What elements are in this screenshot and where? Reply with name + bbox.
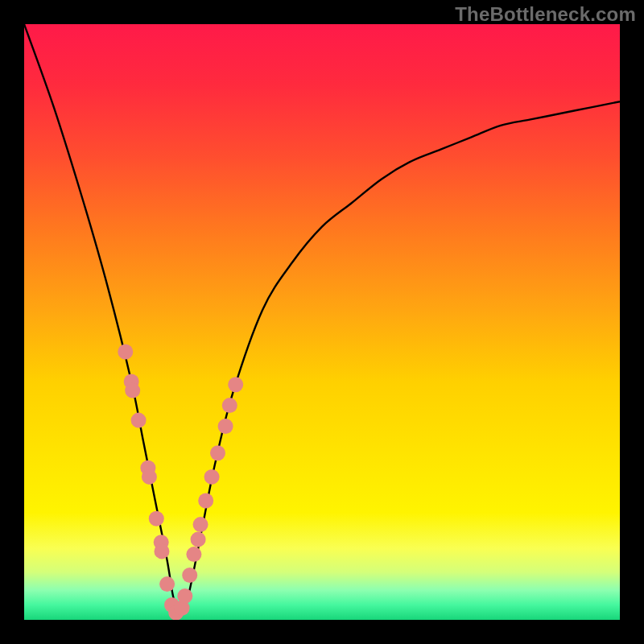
marker-dot <box>204 469 220 485</box>
marker-dot <box>118 345 133 360</box>
marker-dot <box>191 532 206 547</box>
plot-area <box>24 24 620 620</box>
marker-dot <box>131 413 147 428</box>
marker-dot <box>198 493 213 509</box>
marker-dot <box>210 445 225 460</box>
marker-dot <box>222 398 237 413</box>
marker-dot <box>125 383 140 398</box>
marker-dot <box>218 419 233 434</box>
watermark-text: TheBottleneck.com <box>455 3 636 26</box>
marker-dot <box>186 547 201 562</box>
chart-frame: TheBottleneck.com <box>0 0 644 644</box>
curve-layer <box>24 24 620 620</box>
marker-dot <box>142 469 157 485</box>
marker-dot <box>193 517 208 532</box>
marker-dot <box>177 588 192 604</box>
marker-dot <box>154 543 169 559</box>
marker-dot <box>159 576 175 592</box>
bottleneck-curve <box>24 24 620 614</box>
curve-markers <box>118 345 243 621</box>
marker-dot <box>149 511 164 526</box>
marker-dot <box>182 568 197 583</box>
marker-dot <box>228 377 243 392</box>
